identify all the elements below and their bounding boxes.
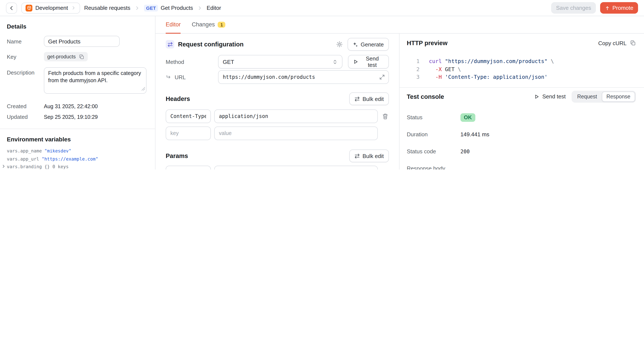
method-select[interactable]: GET [218, 55, 342, 68]
copy-icon[interactable] [78, 54, 84, 60]
line-number: 1 [407, 58, 420, 65]
name-label: Name [7, 38, 44, 44]
back-button[interactable] [6, 2, 17, 14]
params-bulk-edit-button[interactable]: Bulk edit [349, 150, 389, 162]
variable-key: vars.app_name [7, 147, 42, 155]
line-number: 3 [407, 73, 420, 81]
key-label: Key [7, 54, 44, 60]
console-send-test-label: Send test [542, 93, 566, 100]
header-value-input[interactable] [214, 126, 378, 140]
method-badge: GET [144, 4, 158, 11]
send-test-label: Send test [361, 55, 384, 68]
variable-row: vars.app_url"https://example.com" [7, 155, 148, 163]
code-line: 3 -H 'Content-Type: application/json' [407, 73, 636, 81]
header-row-empty [166, 126, 389, 140]
send-test-button[interactable]: Send test [348, 55, 389, 68]
url-label: URL [166, 74, 218, 80]
chevron-right-icon[interactable] [2, 164, 6, 168]
header-key-input[interactable] [166, 126, 211, 140]
headers-title: Headers [166, 96, 190, 102]
breadcrumb-section[interactable]: Reusable requests [84, 5, 130, 11]
header-value-input[interactable] [214, 110, 378, 123]
app-window: Development Reusable requests GET Get Pr… [0, 0, 644, 170]
delete-header-button[interactable] [381, 113, 389, 120]
promote-icon [605, 5, 610, 10]
toggle-response[interactable]: Response [602, 91, 635, 102]
line-number: 2 [407, 65, 420, 73]
swap-arrows-icon [354, 153, 360, 159]
main-area: Editor Changes 1 Request configuration [156, 16, 644, 170]
generate-button[interactable]: Generate [348, 38, 389, 51]
console-send-test-button[interactable]: Send test [534, 93, 566, 100]
toggle-request[interactable]: Request [572, 91, 602, 102]
code-line: 1curl "https://dummyjson.com/products" \ [407, 58, 636, 65]
status-badge: OK [460, 113, 475, 122]
swap-arrows-icon [354, 96, 360, 102]
code-text: -H 'Content-Type: application/json' [429, 73, 548, 81]
param-value-input[interactable] [214, 166, 378, 170]
tab-changes[interactable]: Changes 1 [192, 16, 226, 34]
test-console-title: Test console [407, 93, 534, 100]
request-editor-panel: Request configuration Generate [156, 34, 399, 170]
updated-row: Updated Sep 25 2025, 19:10:29 [7, 114, 148, 120]
breadcrumb-environment[interactable]: Development [21, 2, 80, 14]
variable-value: "mikesdev" [44, 147, 71, 155]
divider [400, 87, 644, 88]
promote-label: Promote [612, 5, 633, 11]
headers-bulk-edit-button[interactable]: Bulk edit [349, 92, 389, 105]
description-field-row: Description Fetch products from a specif… [7, 67, 148, 94]
settings-button[interactable] [335, 40, 344, 48]
test-console-header: Test console Send test Request Response [407, 90, 636, 103]
param-key-input[interactable] [166, 166, 211, 170]
duration-label: Duration [407, 131, 460, 138]
corner-arrow-icon [166, 74, 171, 80]
name-input[interactable] [44, 36, 120, 47]
chevron-left-icon [8, 5, 14, 11]
url-input[interactable] [218, 70, 389, 84]
expand-icon[interactable] [379, 74, 385, 80]
generate-label: Generate [361, 41, 384, 48]
tab-bar: Editor Changes 1 [156, 16, 644, 34]
bulk-edit-label: Bulk edit [362, 153, 384, 159]
status-code-value: 200 [460, 148, 470, 154]
headers-section-header: Headers Bulk edit [166, 92, 389, 105]
variable-key: vars.app_url [7, 155, 39, 163]
chevron-up-down-icon [332, 59, 338, 64]
updated-value: Sep 25 2025, 19:10:29 [44, 114, 98, 120]
breadcrumb-request[interactable]: GET Get Products [144, 4, 193, 11]
request-configuration-title: Request configuration [178, 41, 331, 48]
variable-row[interactable]: vars.branding{} 0 keys [7, 163, 148, 170]
status-code-row: Status code 200 [407, 147, 636, 156]
resize-grip-icon[interactable] [142, 86, 145, 92]
status-code-label: Status code [407, 148, 460, 154]
status-row: Status OK [407, 113, 636, 122]
updated-label: Updated [7, 114, 44, 120]
breadcrumb-page: Editor [206, 5, 221, 11]
code-text: -X GET \ [429, 65, 461, 73]
header-key-input[interactable] [166, 110, 211, 123]
duration-value: 149.441 ms [460, 131, 490, 138]
save-changes-button[interactable]: Save changes [551, 2, 596, 14]
method-value: GET [223, 58, 234, 65]
copy-curl-button[interactable]: Copy cURL [598, 40, 636, 46]
variable-value: {} 0 keys [44, 163, 68, 170]
request-response-toggle: Request Response [572, 90, 636, 102]
response-body-label: Response body [407, 165, 460, 170]
copy-icon [630, 40, 636, 46]
variable-row: vars.app_name"mikesdev" [7, 147, 148, 155]
breadcrumb-environment-label: Development [35, 5, 68, 11]
key-value: get-products [47, 54, 76, 60]
environment-box-icon [26, 4, 32, 11]
description-textarea[interactable]: Fetch products from a specific category … [44, 67, 146, 94]
key-badge: get-products [44, 52, 88, 61]
promote-button[interactable]: Promote [600, 2, 638, 14]
name-field-row: Name [7, 36, 148, 47]
play-icon [353, 59, 358, 64]
request-configuration-header: Request configuration Generate [166, 38, 389, 51]
swap-arrows-icon [166, 40, 174, 48]
tab-editor-label: Editor [166, 21, 181, 28]
details-title: Details [7, 23, 148, 30]
header-row [166, 110, 389, 123]
http-preview-code: 1curl "https://dummyjson.com/products" \… [407, 58, 636, 81]
tab-editor[interactable]: Editor [166, 16, 181, 34]
